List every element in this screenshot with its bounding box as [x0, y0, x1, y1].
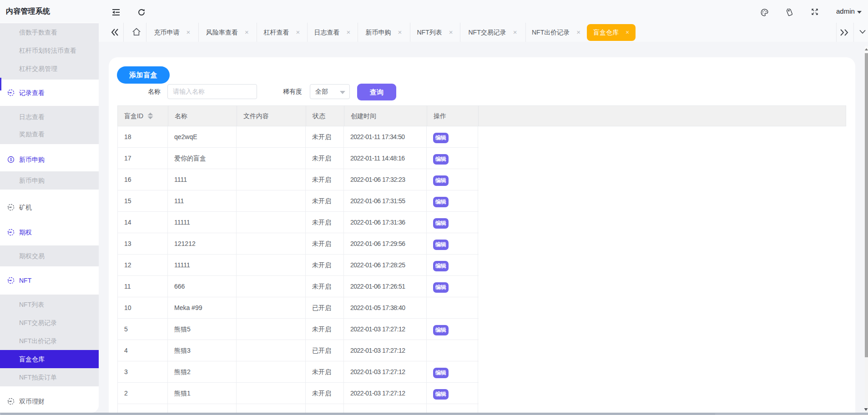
svg-text:$: $ — [10, 157, 12, 162]
